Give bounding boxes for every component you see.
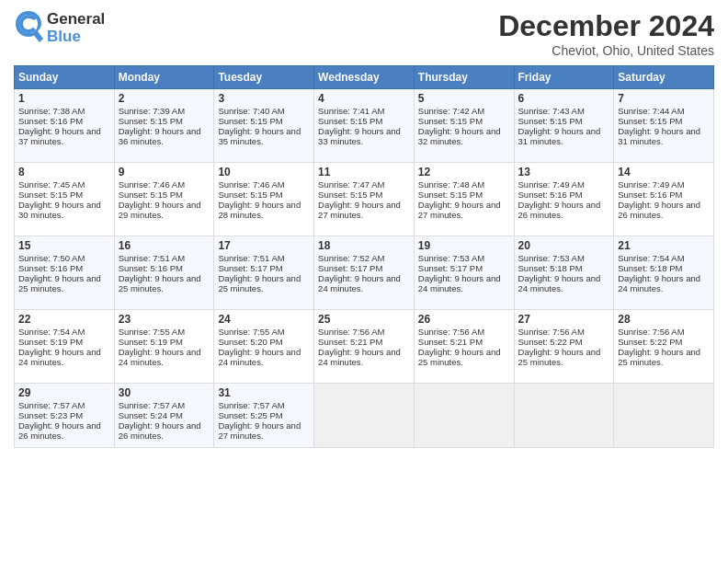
- sunset: Sunset: 5:15 PM: [119, 190, 183, 200]
- calendar-cell: [614, 384, 714, 448]
- calendar-cell: 16Sunrise: 7:51 AMSunset: 5:16 PMDayligh…: [114, 236, 214, 310]
- sunrise: Sunrise: 7:57 AM: [18, 400, 85, 410]
- sunset: Sunset: 5:15 PM: [119, 116, 183, 126]
- sunset: Sunset: 5:16 PM: [119, 263, 183, 273]
- calendar-cell: 3Sunrise: 7:40 AMSunset: 5:15 PMDaylight…: [214, 89, 314, 163]
- sunset: Sunset: 5:22 PM: [518, 337, 583, 347]
- sunset: Sunset: 5:15 PM: [218, 190, 282, 200]
- daylight: Daylight: 9 hours and 32 minutes.: [418, 126, 501, 146]
- sunrise: Sunrise: 7:43 AM: [518, 106, 585, 116]
- sunrise: Sunrise: 7:56 AM: [318, 327, 384, 337]
- calendar-cell: 18Sunrise: 7:52 AMSunset: 5:17 PMDayligh…: [314, 236, 415, 310]
- sunrise: Sunrise: 7:46 AM: [218, 179, 284, 190]
- day-number: 20: [518, 239, 610, 252]
- daylight: Daylight: 9 hours and 24 minutes.: [218, 347, 301, 367]
- sunrise: Sunrise: 7:42 AM: [418, 106, 484, 116]
- sunset: Sunset: 5:16 PM: [18, 116, 83, 126]
- sunrise: Sunrise: 7:49 AM: [618, 179, 684, 190]
- daylight: Daylight: 9 hours and 24 minutes.: [318, 273, 401, 293]
- daylight: Daylight: 9 hours and 24 minutes.: [418, 273, 501, 293]
- daylight: Daylight: 9 hours and 27 minutes.: [318, 200, 401, 220]
- calendar-container: General Blue December 2024 Cheviot, Ohio…: [0, 0, 728, 563]
- sunset: Sunset: 5:18 PM: [618, 263, 682, 273]
- day-number: 30: [119, 386, 210, 399]
- day-number: 25: [318, 313, 410, 326]
- calendar-cell: 27Sunrise: 7:56 AMSunset: 5:22 PMDayligh…: [514, 310, 614, 384]
- daylight: Daylight: 9 hours and 33 minutes.: [318, 126, 401, 146]
- sunset: Sunset: 5:19 PM: [18, 337, 83, 347]
- day-number: 27: [518, 313, 610, 326]
- calendar-cell: 12Sunrise: 7:48 AMSunset: 5:15 PMDayligh…: [414, 163, 514, 236]
- calendar-cell: 29Sunrise: 7:57 AMSunset: 5:23 PMDayligh…: [15, 384, 115, 448]
- sunset: Sunset: 5:15 PM: [18, 190, 83, 200]
- sunset: Sunset: 5:17 PM: [418, 263, 483, 273]
- day-number: 15: [18, 239, 110, 252]
- sunrise: Sunrise: 7:41 AM: [318, 106, 384, 116]
- day-number: 21: [618, 239, 710, 252]
- sunrise: Sunrise: 7:46 AM: [119, 179, 185, 190]
- daylight: Daylight: 9 hours and 25 minutes.: [518, 347, 601, 367]
- calendar-cell: 2Sunrise: 7:39 AMSunset: 5:15 PMDaylight…: [114, 89, 214, 163]
- day-number: 10: [218, 166, 310, 178]
- sunset: Sunset: 5:21 PM: [318, 337, 382, 347]
- sunset: Sunset: 5:23 PM: [18, 410, 83, 420]
- day-number: 4: [318, 92, 410, 105]
- calendar-header-row: SundayMondayTuesdayWednesdayThursdayFrid…: [15, 66, 714, 89]
- sunset: Sunset: 5:17 PM: [318, 263, 382, 273]
- sunset: Sunset: 5:15 PM: [618, 116, 682, 126]
- calendar-cell: 30Sunrise: 7:57 AMSunset: 5:24 PMDayligh…: [114, 384, 214, 448]
- day-number: 8: [18, 166, 110, 178]
- location-title: Cheviot, Ohio, United States: [498, 43, 714, 58]
- day-number: 1: [18, 92, 110, 105]
- calendar-cell: 31Sunrise: 7:57 AMSunset: 5:25 PMDayligh…: [214, 384, 314, 448]
- sunrise: Sunrise: 7:52 AM: [318, 253, 384, 263]
- day-number: 24: [218, 313, 310, 326]
- daylight: Daylight: 9 hours and 26 minutes.: [618, 200, 700, 220]
- day-number: 16: [119, 239, 210, 252]
- day-number: 13: [518, 166, 610, 178]
- sunrise: Sunrise: 7:57 AM: [119, 400, 185, 410]
- sunrise: Sunrise: 7:45 AM: [18, 179, 85, 190]
- sunset: Sunset: 5:20 PM: [218, 337, 282, 347]
- sunrise: Sunrise: 7:38 AM: [18, 106, 85, 116]
- sunset: Sunset: 5:25 PM: [218, 410, 282, 420]
- sunset: Sunset: 5:16 PM: [518, 190, 583, 200]
- calendar-cell: 5Sunrise: 7:42 AMSunset: 5:15 PMDaylight…: [414, 89, 514, 163]
- calendar-week-3: 15Sunrise: 7:50 AMSunset: 5:16 PMDayligh…: [15, 236, 714, 310]
- month-title: December 2024: [498, 9, 714, 43]
- daylight: Daylight: 9 hours and 24 minutes.: [518, 273, 601, 293]
- calendar-cell: 13Sunrise: 7:49 AMSunset: 5:16 PMDayligh…: [514, 163, 614, 236]
- sunrise: Sunrise: 7:56 AM: [418, 327, 484, 337]
- calendar-week-5: 29Sunrise: 7:57 AMSunset: 5:23 PMDayligh…: [15, 384, 714, 448]
- sunrise: Sunrise: 7:54 AM: [618, 253, 684, 263]
- sunset: Sunset: 5:17 PM: [218, 263, 282, 273]
- day-number: 7: [618, 92, 710, 105]
- day-number: 29: [18, 386, 110, 399]
- day-number: 11: [318, 166, 410, 178]
- day-number: 17: [218, 239, 310, 252]
- col-header-monday: Monday: [114, 66, 214, 89]
- calendar-cell: 26Sunrise: 7:56 AMSunset: 5:21 PMDayligh…: [414, 310, 514, 384]
- sunset: Sunset: 5:15 PM: [418, 190, 483, 200]
- sunrise: Sunrise: 7:53 AM: [418, 253, 484, 263]
- day-number: 26: [418, 313, 510, 326]
- calendar-cell: 1Sunrise: 7:38 AMSunset: 5:16 PMDaylight…: [15, 89, 115, 163]
- sunrise: Sunrise: 7:39 AM: [119, 106, 185, 116]
- day-number: 19: [418, 239, 510, 252]
- sunrise: Sunrise: 7:55 AM: [119, 327, 185, 337]
- daylight: Daylight: 9 hours and 26 minutes.: [518, 200, 601, 220]
- sunrise: Sunrise: 7:48 AM: [418, 179, 484, 190]
- sunrise: Sunrise: 7:57 AM: [218, 400, 284, 410]
- calendar-cell: 19Sunrise: 7:53 AMSunset: 5:17 PMDayligh…: [414, 236, 514, 310]
- daylight: Daylight: 9 hours and 24 minutes.: [318, 347, 401, 367]
- daylight: Daylight: 9 hours and 29 minutes.: [119, 200, 201, 220]
- sunrise: Sunrise: 7:51 AM: [218, 253, 284, 263]
- calendar-cell: 25Sunrise: 7:56 AMSunset: 5:21 PMDayligh…: [314, 310, 415, 384]
- calendar-cell: 21Sunrise: 7:54 AMSunset: 5:18 PMDayligh…: [614, 236, 714, 310]
- daylight: Daylight: 9 hours and 30 minutes.: [18, 200, 101, 220]
- col-header-wednesday: Wednesday: [314, 66, 415, 89]
- calendar-cell: [514, 384, 614, 448]
- sunrise: Sunrise: 7:53 AM: [518, 253, 585, 263]
- daylight: Daylight: 9 hours and 24 minutes.: [18, 347, 101, 367]
- day-number: 3: [218, 92, 310, 105]
